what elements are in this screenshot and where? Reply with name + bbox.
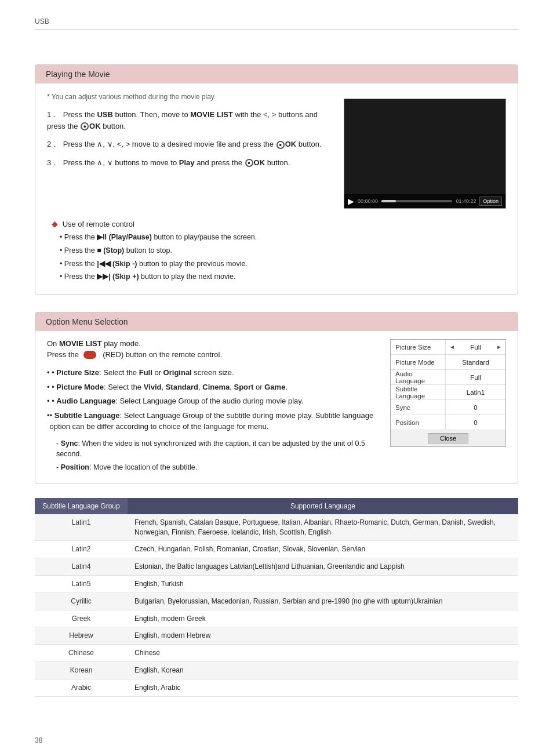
press-red-line: Press the (RED) button on the remote con…: [47, 350, 379, 359]
video-player: ▶ 00:00:00 01:40:22 Option: [344, 99, 506, 209]
option-button[interactable]: Option: [479, 197, 502, 206]
section-label: USB: [35, 17, 518, 30]
option-inner: On MOVIE LIST play mode. Press the (RED)…: [35, 331, 518, 484]
lang-group-cell: Arabic: [35, 679, 128, 696]
lang-supported-cell: Czech, Hungarian, Polish, Romanian, Croa…: [128, 541, 518, 558]
lang-group-cell: Korean: [35, 662, 128, 679]
remote-control-label: ◆ Use of remote control: [52, 219, 506, 228]
ok-circle-3: ●: [245, 159, 253, 167]
panel-value-audio: Full: [446, 370, 505, 384]
option-bullet-picture-mode: • Picture Mode: Select the Vivid, Standa…: [47, 381, 379, 393]
table-row: ArabicEnglish, Arabic: [35, 679, 518, 696]
panel-row-sync: Sync 0: [391, 400, 505, 415]
arrow-left-icon[interactable]: ◄: [449, 344, 455, 350]
panel-label-audio: Audio Language: [391, 370, 446, 384]
option-text: On MOVIE LIST play mode. Press the (RED)…: [47, 339, 379, 475]
subtitle-note: * You can adjust various method during t…: [47, 93, 332, 101]
panel-label-sync: Sync: [391, 400, 446, 415]
playing-section-box: Playing the Movie * You can adjust vario…: [35, 64, 518, 295]
option-section-box: Option Menu Selection On MOVIE LIST play…: [35, 312, 518, 484]
option-section-header: Option Menu Selection: [35, 312, 518, 331]
lang-supported-cell: English, Turkish: [128, 575, 518, 593]
options-panel: Picture Size ◄ Full ► Picture Mode Stand…: [390, 339, 506, 447]
step-3: 3． Press the ∧, ∨ buttons to move to Pla…: [47, 157, 332, 169]
panel-row-position: Position 0: [391, 415, 505, 430]
step-2: 2． Press the ∧, ∨, <, > move to a desire…: [47, 139, 332, 150]
red-button-indicator: [83, 351, 96, 359]
remote-control-section: ◆ Use of remote control Press the ▶II (P…: [35, 215, 518, 294]
bullet-stop: Press the ■ (Stop) button to stop.: [60, 245, 506, 256]
arrow-right-icon[interactable]: ►: [496, 344, 502, 350]
bullet-skip-minus: Press the |◀◀ (Skip -) button to play th…: [60, 259, 506, 270]
table-row: Latin1French, Spanish, Catalan Basque, P…: [35, 514, 518, 541]
playing-section-header: Playing the Movie: [35, 65, 518, 83]
table-row: ChineseChinese: [35, 645, 518, 662]
video-controls: ▶ 00:00:00 01:40:22 Option: [344, 194, 505, 208]
lang-supported-cell: English, modern Hebrew: [128, 627, 518, 645]
lang-group-cell: Cyrillic: [35, 593, 128, 610]
progress-bar: [381, 200, 452, 202]
close-btn-row: Close: [391, 430, 505, 446]
progress-fill: [381, 200, 395, 202]
step-1: 1． Press the USB button. Then, move to M…: [47, 109, 332, 132]
bullet-play-pause: Press the ▶II (Play/Pause) button to pla…: [60, 232, 506, 243]
bullet-skip-plus: Press the ▶▶| (Skip +) button to play th…: [60, 271, 506, 282]
time-total: 01:40:22: [456, 198, 476, 204]
option-bullet-subtitle: • Subtitle Language: Select Language Gro…: [47, 410, 379, 432]
table-row: Latin2Czech, Hungarian, Polish, Romanian…: [35, 541, 518, 558]
table-row: Latin4Estonian, the Baltic languages Lat…: [35, 558, 518, 576]
sync-line: - Sync: When the video is not synchroniz…: [56, 438, 379, 460]
lang-group-cell: Chinese: [35, 645, 128, 662]
remote-bullet-list: Press the ▶II (Play/Pause) button to pla…: [52, 232, 506, 282]
option-bullet-picture-size: • Picture Size: Select the Full or Origi…: [47, 367, 379, 379]
option-bullets: • Picture Size: Select the Full or Origi…: [47, 367, 379, 432]
panel-label-picture-mode: Picture Mode: [391, 355, 446, 369]
diamond-icon: ◆: [52, 219, 58, 228]
table-row: CyrillicBulgarian, Byelorussian, Macedon…: [35, 593, 518, 610]
position-line: - Position: Move the location of the sub…: [56, 462, 379, 473]
panel-value-position: 0: [446, 415, 505, 430]
lang-group-cell: Greek: [35, 610, 128, 627]
lang-table-header-supported: Supported Language: [128, 498, 518, 514]
panel-value-picture-size: ◄ Full ►: [446, 340, 505, 354]
lang-supported-cell: English, Arabic: [128, 679, 518, 696]
lang-supported-cell: English, modern Greek: [128, 610, 518, 627]
lang-group-cell: Latin2: [35, 541, 128, 558]
option-section: Option Menu Selection On MOVIE LIST play…: [35, 312, 518, 484]
panel-label-picture-size: Picture Size: [391, 340, 446, 354]
panel-value-subtitle: Latin1: [446, 385, 505, 399]
page-number: 38: [35, 736, 42, 744]
play-icon: ▶: [348, 197, 354, 206]
panel-label-subtitle: Subtitle Language: [391, 385, 446, 399]
lang-group-cell: Latin4: [35, 558, 128, 576]
panel-value-sync: 0: [446, 400, 505, 415]
table-row: HebrewEnglish, modern Hebrew: [35, 627, 518, 645]
panel-row-picture-mode: Picture Mode Standard: [391, 355, 505, 370]
playing-section: Playing the Movie * You can adjust vario…: [35, 64, 518, 295]
lang-supported-cell: Estonian, the Baltic languages Latvian(L…: [128, 558, 518, 576]
ok-circle-1: ●: [81, 122, 89, 130]
panel-value-picture-mode: Standard: [446, 355, 505, 369]
panel-label-position: Position: [391, 415, 446, 430]
language-table: Subtitle Language Group Supported Langua…: [35, 498, 518, 697]
panel-row-audio: Audio Language Full: [391, 370, 505, 385]
lang-group-cell: Latin1: [35, 514, 128, 541]
lang-supported-cell: Chinese: [128, 645, 518, 662]
panel-row-picture-size: Picture Size ◄ Full ►: [391, 340, 505, 355]
ok-circle-2: ●: [276, 141, 285, 149]
table-row: KoreanEnglish, Korean: [35, 662, 518, 679]
panel-row-subtitle: Subtitle Language Latin1: [391, 385, 505, 400]
on-movie-list-label: On MOVIE LIST play mode.: [47, 339, 379, 348]
playing-text-content: * You can adjust various method during t…: [47, 93, 332, 209]
lang-supported-cell: English, Korean: [128, 662, 518, 679]
option-bullet-audio: • Audio Language: Select Language Group …: [47, 395, 379, 407]
lang-table-header-group: Subtitle Language Group: [35, 498, 128, 514]
table-row: GreekEnglish, modern Greek: [35, 610, 518, 627]
table-row: Latin5English, Turkish: [35, 575, 518, 593]
lang-supported-cell: Bulgarian, Byelorussian, Macedonian, Rus…: [128, 593, 518, 610]
lang-supported-cell: French, Spanish, Catalan Basque, Portugu…: [128, 514, 518, 541]
time-current: 00:00:00: [358, 198, 378, 204]
lang-group-cell: Hebrew: [35, 627, 128, 645]
close-button[interactable]: Close: [428, 433, 468, 444]
lang-group-cell: Latin5: [35, 575, 128, 593]
